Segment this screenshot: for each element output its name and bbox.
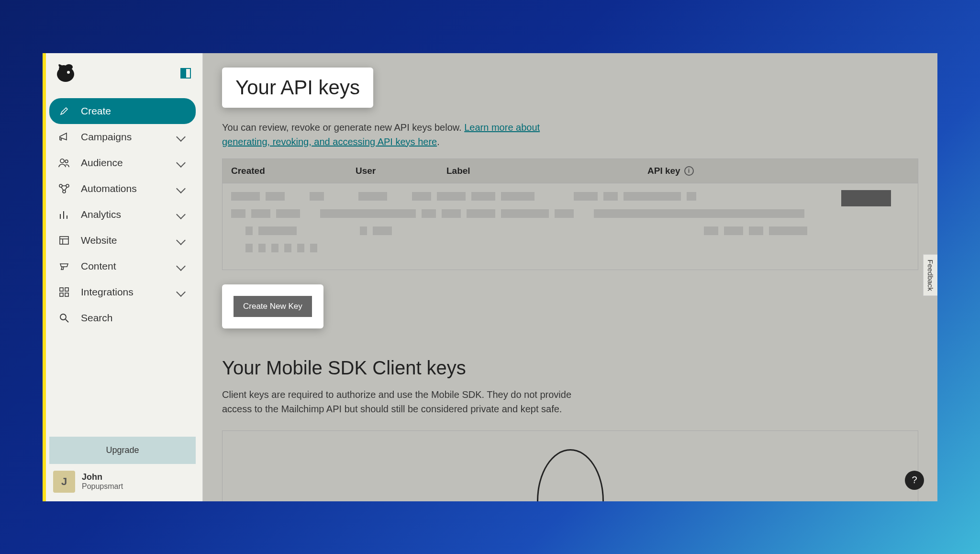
avatar: J — [53, 471, 75, 493]
sidebar-nav: Create Campaigns Audience Automations An… — [43, 93, 202, 437]
chevron-down-icon — [176, 287, 186, 297]
col-apikey: API key i — [639, 159, 918, 183]
sdk-section-text: Client keys are required to authorize an… — [222, 387, 590, 416]
megaphone-icon — [57, 130, 71, 144]
sidebar-item-label: Campaigns — [81, 131, 178, 143]
user-account[interactable]: J John Popupsmart — [49, 464, 196, 493]
help-button[interactable]: ? — [905, 471, 924, 490]
svg-point-7 — [66, 184, 69, 187]
empty-state-illustration — [537, 449, 604, 501]
chevron-down-icon — [176, 184, 186, 193]
svg-point-6 — [59, 184, 62, 187]
svg-rect-12 — [60, 293, 63, 296]
sidebar-item-label: Integrations — [81, 286, 178, 298]
svg-point-3 — [67, 71, 70, 74]
sidebar-item-search[interactable]: Search — [49, 305, 196, 331]
sidebar-item-label: Search — [81, 312, 188, 324]
upgrade-button[interactable]: Upgrade — [49, 437, 196, 464]
create-key-highlight: Create New Key — [222, 284, 323, 328]
feedback-tab[interactable]: Feedback — [923, 254, 937, 296]
svg-point-8 — [63, 190, 66, 193]
sidebar-item-content[interactable]: Content — [49, 253, 196, 279]
api-keys-table: Created User Label API key i — [222, 158, 918, 270]
sidebar-item-label: Automations — [81, 183, 178, 194]
people-icon — [57, 156, 71, 170]
svg-rect-10 — [60, 288, 63, 291]
main-content: Your API keys You can review, revoke or … — [203, 53, 937, 501]
intro-text: You can review, revoke or generate new A… — [222, 120, 586, 149]
pencil-icon — [57, 104, 71, 118]
svg-rect-13 — [65, 293, 68, 296]
sidebar-item-audience[interactable]: Audience — [49, 150, 196, 176]
search-icon — [57, 311, 71, 325]
col-user: User — [347, 159, 438, 183]
svg-point-2 — [65, 64, 73, 70]
create-new-key-button[interactable]: Create New Key — [234, 296, 312, 317]
col-created: Created — [223, 159, 347, 183]
sidebar-item-campaigns[interactable]: Campaigns — [49, 124, 196, 150]
chevron-down-icon — [176, 132, 186, 142]
sidebar-item-analytics[interactable]: Analytics — [49, 202, 196, 227]
sdk-keys-empty-box — [222, 430, 918, 501]
sidebar-item-label: Analytics — [81, 209, 178, 220]
chevron-down-icon — [176, 261, 186, 271]
page-title: Your API keys — [235, 76, 360, 99]
brush-icon — [57, 259, 71, 273]
info-icon[interactable]: i — [684, 166, 694, 176]
mailchimp-logo[interactable] — [54, 62, 77, 85]
layout-icon — [57, 233, 71, 248]
sidebar-item-website[interactable]: Website — [49, 227, 196, 253]
sidebar-footer: Upgrade J John Popupsmart — [43, 437, 202, 501]
page-title-highlight: Your API keys — [222, 68, 373, 108]
chevron-down-icon — [176, 236, 186, 245]
flow-icon — [57, 181, 71, 196]
col-label: Label — [438, 159, 639, 183]
table-header: Created User Label API key i — [223, 159, 918, 183]
table-body-redacted — [223, 183, 918, 270]
chevron-down-icon — [176, 158, 186, 168]
svg-rect-9 — [60, 237, 68, 244]
sidebar-item-label: Audience — [81, 157, 178, 169]
app-window: Create Campaigns Audience Automations An… — [43, 53, 937, 501]
svg-point-5 — [65, 160, 68, 163]
user-name: John — [82, 472, 123, 482]
sidebar-item-label: Website — [81, 235, 178, 246]
sidebar-item-automations[interactable]: Automations — [49, 176, 196, 202]
bar-chart-icon — [57, 207, 71, 222]
chevron-down-icon — [176, 210, 186, 219]
collapse-sidebar-icon[interactable] — [180, 68, 191, 79]
sidebar-item-integrations[interactable]: Integrations — [49, 279, 196, 305]
sidebar-item-label: Content — [81, 260, 178, 272]
svg-rect-11 — [65, 288, 68, 291]
sidebar-header — [43, 53, 202, 93]
sidebar-item-create[interactable]: Create — [49, 98, 196, 124]
row-action-button[interactable] — [841, 190, 891, 206]
svg-point-14 — [60, 314, 66, 320]
sidebar-item-label: Create — [81, 105, 188, 117]
sidebar: Create Campaigns Audience Automations An… — [43, 53, 203, 501]
sdk-section-title: Your Mobile SDK Client keys — [222, 357, 918, 379]
user-org: Popupsmart — [82, 482, 123, 491]
svg-point-4 — [60, 159, 64, 163]
grid-icon — [57, 285, 71, 299]
accent-bar — [43, 53, 46, 501]
